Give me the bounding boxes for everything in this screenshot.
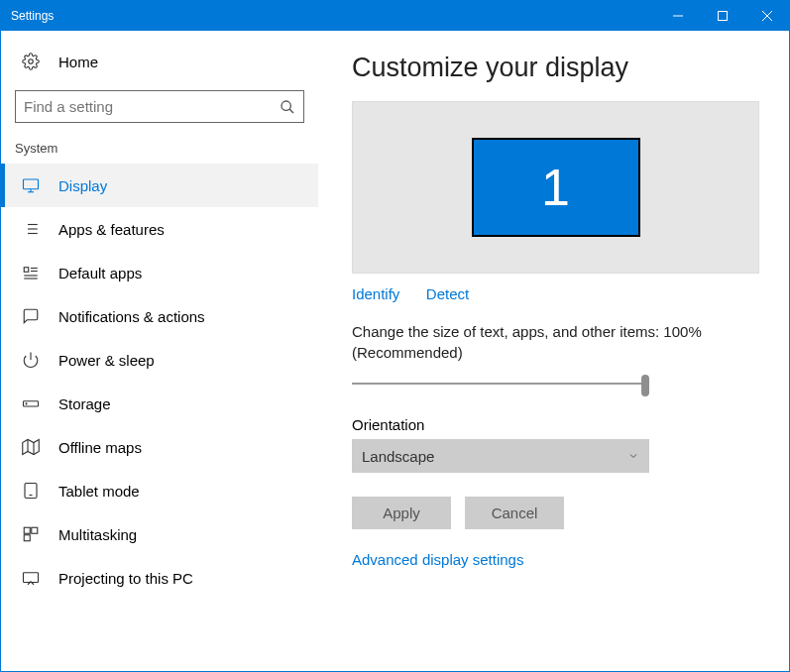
sidebar-item-label: Default apps xyxy=(58,265,142,281)
svg-rect-31 xyxy=(24,535,30,541)
chevron-down-icon xyxy=(627,450,639,462)
sidebar-item-storage[interactable]: Storage xyxy=(1,382,318,425)
svg-point-23 xyxy=(26,403,27,404)
orientation-dropdown[interactable]: Landscape xyxy=(352,439,649,473)
slider-track xyxy=(352,383,649,385)
close-button[interactable] xyxy=(744,1,789,31)
home-label: Home xyxy=(58,54,98,70)
sidebar-item-label: Tablet mode xyxy=(58,483,140,500)
monitor-icon xyxy=(21,176,41,194)
svg-rect-16 xyxy=(24,268,29,273)
detect-link[interactable]: Detect xyxy=(426,285,469,302)
svg-rect-7 xyxy=(24,179,39,189)
slider-thumb[interactable] xyxy=(641,375,649,396)
button-row: Apply Cancel xyxy=(352,497,759,529)
display-monitor-1[interactable]: 1 xyxy=(472,138,640,237)
window-title: Settings xyxy=(1,9,655,23)
page-title: Customize your display xyxy=(352,53,759,83)
titlebar: Settings xyxy=(1,1,789,31)
notification-icon xyxy=(21,307,41,325)
sidebar-item-notifications[interactable]: Notifications & actions xyxy=(1,294,318,338)
sidebar-item-label: Display xyxy=(58,177,107,194)
sidebar-item-label: Notifications & actions xyxy=(58,308,205,325)
window-controls xyxy=(655,1,789,31)
list-icon xyxy=(21,220,41,238)
maximize-button[interactable] xyxy=(700,1,744,31)
svg-rect-30 xyxy=(32,527,38,533)
svg-point-4 xyxy=(29,59,34,64)
cancel-button[interactable]: Cancel xyxy=(465,497,564,529)
sidebar-item-offline-maps[interactable]: Offline maps xyxy=(1,425,318,469)
sidebar-item-label: Power & sleep xyxy=(58,352,155,369)
svg-rect-27 xyxy=(25,484,37,499)
sidebar-item-label: Projecting to this PC xyxy=(58,570,193,587)
content-area: Home System Display Apps & features Defa… xyxy=(1,31,789,671)
main-panel: Customize your display 1 Identify Detect… xyxy=(318,31,789,671)
tablet-icon xyxy=(21,482,41,500)
svg-point-5 xyxy=(282,101,290,110)
power-icon xyxy=(21,351,41,369)
svg-line-6 xyxy=(289,109,293,113)
search-icon xyxy=(280,99,295,115)
orientation-value: Landscape xyxy=(362,448,434,465)
orientation-label: Orientation xyxy=(352,416,759,433)
scaling-text: Change the size of text, apps, and other… xyxy=(352,321,759,363)
svg-rect-1 xyxy=(718,12,727,21)
default-apps-icon xyxy=(21,264,41,281)
svg-marker-24 xyxy=(23,440,40,455)
sidebar-item-display[interactable]: Display xyxy=(1,164,318,207)
storage-icon xyxy=(21,394,41,412)
sidebar-item-label: Storage xyxy=(58,395,111,412)
sidebar-item-multitasking[interactable]: Multitasking xyxy=(1,512,318,556)
section-label: System xyxy=(1,137,318,164)
sidebar-item-label: Multitasking xyxy=(58,526,137,543)
advanced-display-settings-link[interactable]: Advanced display settings xyxy=(352,551,523,568)
sidebar: Home System Display Apps & features Defa… xyxy=(1,31,318,671)
map-icon xyxy=(21,438,41,456)
display-actions: Identify Detect xyxy=(352,285,759,303)
home-button[interactable]: Home xyxy=(1,41,318,82)
identify-link[interactable]: Identify xyxy=(352,285,399,302)
sidebar-item-default-apps[interactable]: Default apps xyxy=(1,251,318,294)
sidebar-item-label: Apps & features xyxy=(58,221,165,238)
apply-button[interactable]: Apply xyxy=(352,497,451,529)
multitasking-icon xyxy=(21,525,41,543)
sidebar-item-tablet-mode[interactable]: Tablet mode xyxy=(1,469,318,512)
sidebar-item-label: Offline maps xyxy=(58,439,142,456)
search-box[interactable] xyxy=(15,90,304,123)
gear-icon xyxy=(21,53,41,70)
search-input[interactable] xyxy=(24,98,280,115)
sidebar-item-apps-features[interactable]: Apps & features xyxy=(1,207,318,251)
sidebar-item-power-sleep[interactable]: Power & sleep xyxy=(1,338,318,382)
scaling-slider[interactable] xyxy=(352,371,649,398)
minimize-button[interactable] xyxy=(655,1,700,31)
display-preview-area[interactable]: 1 xyxy=(352,101,759,274)
sidebar-item-projecting[interactable]: Projecting to this PC xyxy=(1,556,318,600)
projecting-icon xyxy=(21,569,41,587)
svg-rect-29 xyxy=(24,527,30,533)
